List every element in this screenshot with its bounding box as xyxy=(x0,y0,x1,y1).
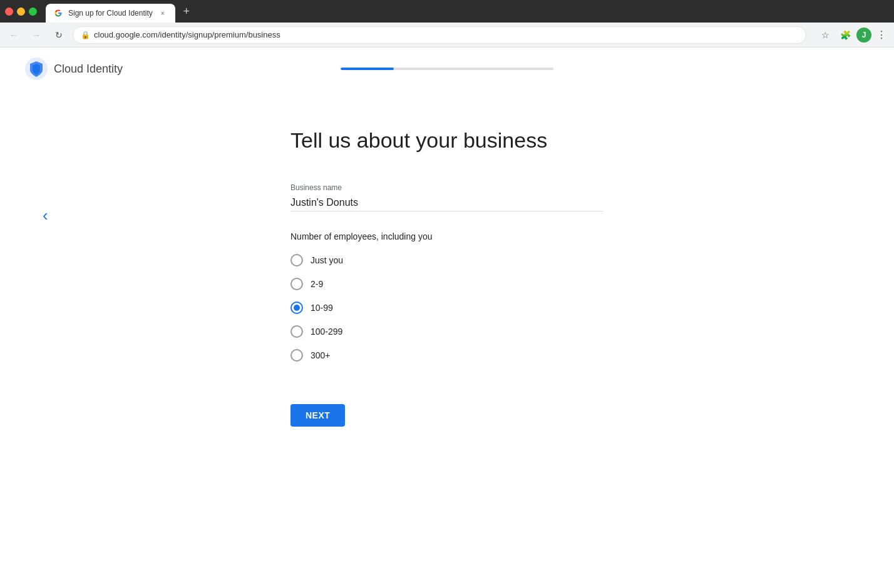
radio-option-2-9[interactable]: 2-9 xyxy=(290,278,604,290)
next-button[interactable]: NEXT xyxy=(290,404,345,427)
radio-option-300plus[interactable]: 300+ xyxy=(290,349,604,362)
minimize-window-button[interactable] xyxy=(17,8,25,16)
maximize-window-button[interactable] xyxy=(29,8,37,16)
form-title: Tell us about your business xyxy=(290,128,547,153)
browser-chrome: Sign up for Cloud Identity × + xyxy=(0,0,894,23)
form-area: Tell us about your business Business nam… xyxy=(290,90,604,427)
address-bar-row: ← → ↻ 🔒 cloud.google.com/identity/signup… xyxy=(0,23,894,48)
back-button[interactable]: ‹ xyxy=(38,202,53,228)
reload-button[interactable]: ↻ xyxy=(50,26,68,44)
radio-circle-10-99 xyxy=(290,302,303,314)
radio-circle-300plus xyxy=(290,349,303,362)
radio-option-just-you[interactable]: Just you xyxy=(290,254,604,266)
cloud-identity-logo-icon xyxy=(25,58,48,80)
employees-radio-group: Just you 2-9 10-99 xyxy=(290,254,604,362)
business-name-field-group: Business name xyxy=(290,183,604,211)
close-window-button[interactable] xyxy=(5,8,13,16)
radio-label-100-299: 100-299 xyxy=(311,327,342,337)
radio-label-just-you: Just you xyxy=(311,255,343,265)
new-tab-button[interactable]: + xyxy=(178,3,195,20)
address-bar[interactable]: 🔒 cloud.google.com/identity/signup/premi… xyxy=(73,26,806,44)
business-name-label: Business name xyxy=(290,183,604,192)
main-area: ‹ Tell us about your business Business n… xyxy=(0,90,894,588)
logo-text: Cloud Identity xyxy=(54,63,123,76)
progress-bar-container xyxy=(341,68,553,70)
lock-icon: 🔒 xyxy=(81,31,90,39)
toolbar-icons: ☆ 🧩 J ⋮ xyxy=(816,26,889,44)
radio-label-10-99: 10-99 xyxy=(311,303,333,313)
logo-area: Cloud Identity xyxy=(25,58,123,80)
tab-bar: Sign up for Cloud Identity × + xyxy=(46,0,889,23)
tab-close-button[interactable]: × xyxy=(158,8,168,18)
active-tab[interactable]: Sign up for Cloud Identity × xyxy=(46,4,175,23)
tab-title: Sign up for Cloud Identity xyxy=(68,9,153,18)
page-header: Cloud Identity xyxy=(0,48,894,90)
business-name-input[interactable] xyxy=(290,195,604,211)
radio-label-2-9: 2-9 xyxy=(311,279,323,289)
address-text: cloud.google.com/identity/signup/premium… xyxy=(94,30,798,39)
progress-bar-track xyxy=(341,68,553,70)
radio-circle-2-9 xyxy=(290,278,303,290)
bookmark-icon[interactable]: ☆ xyxy=(816,26,834,44)
forward-nav-button[interactable]: → xyxy=(28,26,45,44)
radio-option-10-99[interactable]: 10-99 xyxy=(290,302,604,314)
radio-label-300plus: 300+ xyxy=(311,350,331,360)
progress-bar-fill xyxy=(341,68,394,70)
traffic-lights xyxy=(5,8,37,16)
page-content: Cloud Identity ‹ Tell us about your busi… xyxy=(0,48,894,588)
radio-circle-100-299 xyxy=(290,325,303,338)
extensions-icon[interactable]: 🧩 xyxy=(836,26,854,44)
tab-favicon-icon xyxy=(53,8,63,18)
radio-inner-10-99 xyxy=(294,305,300,311)
employees-label: Number of employees, including you xyxy=(290,231,604,241)
browser-menu-button[interactable]: ⋮ xyxy=(874,26,889,43)
radio-circle-just-you xyxy=(290,254,303,266)
back-nav-button[interactable]: ← xyxy=(5,26,23,44)
employees-field-group: Number of employees, including you Just … xyxy=(290,231,604,362)
user-avatar[interactable]: J xyxy=(856,28,871,43)
radio-option-100-299[interactable]: 100-299 xyxy=(290,325,604,338)
